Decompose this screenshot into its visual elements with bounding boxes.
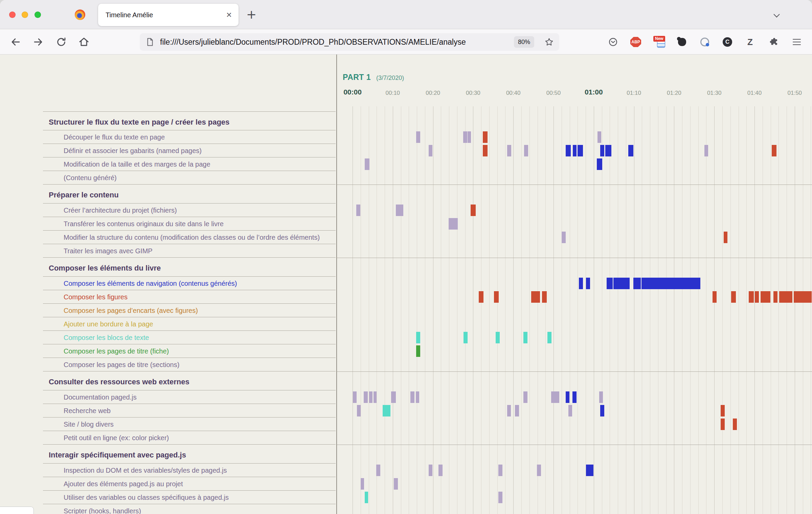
timeline-bar [364,391,368,403]
grid-line [465,106,466,514]
timeline-bar [524,145,528,156]
timeline-bar [361,478,364,490]
back-button[interactable] [10,36,21,48]
timeline-bar [794,291,811,303]
url-bar[interactable]: file:///Users/julieblanc/Documents/PROD/… [140,33,559,51]
grid-line [562,106,562,514]
grid-line [361,106,361,514]
task-row: Composer les pages de titre (sections) [43,358,336,371]
new-tab-button[interactable]: + [246,7,256,21]
time-label: 00:00 [343,88,362,96]
grid-line [618,106,618,514]
task-row: Modifier la structure du contenu (modifi… [43,231,336,244]
grid-line [401,106,401,514]
extension-icon-ring[interactable] [699,36,711,48]
time-label: 00:50 [546,90,561,97]
zoom-level-badge[interactable]: 80% [514,36,534,48]
tab-list-chevron-icon[interactable] [773,11,780,17]
hamburger-menu-icon[interactable] [791,36,803,48]
forward-button[interactable] [32,36,44,48]
grid-line [417,106,417,514]
extension-icon-dark[interactable] [676,36,688,48]
home-button[interactable] [78,36,90,48]
bookmark-star-icon[interactable] [544,37,554,47]
timeline-bar [761,291,771,303]
extensions-puzzle-icon[interactable] [768,36,780,48]
zotero-icon[interactable]: Z [744,36,756,48]
timeline-bar [496,332,500,343]
grid-line [730,106,731,514]
url-text[interactable]: file:///Users/julieblanc/Documents/PROD/… [160,33,509,51]
timeline-bar [523,391,527,403]
grid-line [722,106,723,514]
tab-close-icon[interactable]: × [225,10,233,20]
timeline-bar [471,205,475,216]
timeline-bar [721,419,725,430]
timeline-bar [628,145,633,156]
timeline-page: PART 1 (3/7/2020) 00:0000:1000:2000:3000… [0,55,812,514]
timeline-bar [464,332,468,343]
timeline-bar [498,465,502,476]
timeline-bar [597,158,602,170]
grid-line [545,106,546,514]
grid-line [521,106,522,514]
grid-line [441,106,441,514]
timeline-bar [578,145,583,156]
new-badge-extension-icon[interactable]: New [653,36,666,48]
timeline-bar [494,291,499,303]
task-row: Composer les pages d’encarts (avec figur… [43,304,336,317]
grid-line [513,106,514,514]
timeline-bar [515,405,519,416]
timeline-bar [597,131,602,143]
grid-line [674,106,674,514]
new-badge: New [653,36,665,42]
reload-button[interactable] [55,36,67,48]
timeline-bar [416,391,420,403]
grid-line [457,106,457,514]
timeline-bar [438,465,443,476]
timeline-bar [607,278,613,289]
extension-icon-c[interactable]: C [721,36,734,48]
section-separator-line [337,371,812,372]
grid-line [409,106,409,514]
window-zoom-button[interactable] [35,12,41,18]
timeline-bar [353,391,357,403]
window-close-button[interactable] [9,12,16,18]
timeline-bar [479,291,483,303]
task-row: Traiter les images avec GIMP [43,244,336,258]
grid-line [353,106,353,514]
timeline-bar [721,405,725,416]
timeline-bar [600,405,604,416]
grid-line [594,106,594,514]
adblock-plus-icon[interactable]: ABP [630,36,642,48]
timeline-bar [463,131,467,143]
time-label: 01:10 [627,90,641,97]
grid-line [682,106,682,514]
timeline-bar [416,332,420,343]
timeline-bar [724,232,728,243]
timeline-bar [573,145,577,156]
tab-title: Timeline Amélie [106,11,225,19]
navigation-toolbar: file:///Users/julieblanc/Documents/PROD/… [0,29,812,55]
time-label: 01:30 [707,90,722,97]
grid-line [610,106,610,514]
task-row: Créer l’architecture du projet (fichiers… [43,204,336,217]
section-separator-line [337,185,812,185]
section-header: Consulter des ressources web externes [43,371,336,390]
timeline-bar [731,291,736,303]
timeline-bar [416,345,420,357]
grid-line [425,106,425,514]
grid-line [497,106,498,514]
timeline-bar [779,291,792,303]
time-label: 00:40 [506,90,521,97]
timeline-bar [704,145,708,156]
task-row: Composer les blocs de texte [43,331,336,344]
timeline-bar [483,145,488,156]
grid-line [763,106,763,514]
window-minimize-button[interactable] [22,12,28,18]
grid-line [698,106,699,514]
pocket-icon[interactable] [607,36,619,48]
timeline-bar [391,391,396,403]
browser-tab[interactable]: Timeline Amélie × [98,4,239,26]
timeline-bar [374,391,377,403]
